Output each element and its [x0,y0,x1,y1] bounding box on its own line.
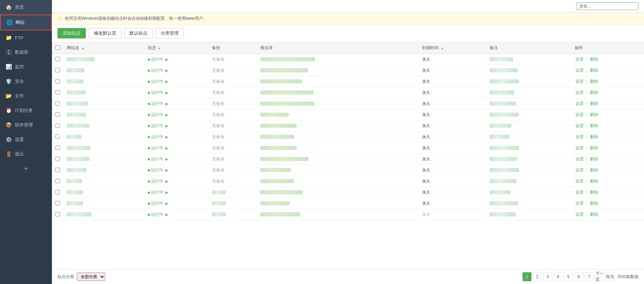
action-set-1[interactable]: 设置 [575,57,584,62]
row-checkbox-11[interactable] [55,168,60,172]
page-btn-3[interactable]: 3 [543,272,552,281]
status-play-9[interactable]: ▶ [166,146,168,150]
row-check-3 [52,76,63,87]
row-checkbox-4[interactable] [55,90,60,95]
action-delete-9[interactable]: 删除 [590,145,598,150]
sidebar-item-logout[interactable]: 🚪 退出 [0,147,52,161]
sidebar-item-database[interactable]: 🗄️ 数据库 [0,45,52,60]
status-play-14[interactable]: ▶ [166,202,168,205]
action-delete-2[interactable]: 删除 [590,68,598,73]
page-btn-1[interactable]: 1 [522,272,531,281]
action-delete-5[interactable]: 删除 [590,101,598,106]
search-input[interactable] [576,2,638,10]
status-play-2[interactable]: ▶ [166,69,168,72]
action-delete-12[interactable]: 删除 [590,179,598,184]
row-checkbox-15[interactable] [55,212,60,216]
action-divider-4: | [587,90,589,95]
status-sort-icon[interactable]: ▲ [158,46,161,50]
page-btn-7[interactable]: 7 [585,272,594,281]
action-set-10[interactable]: 设置 [575,157,584,161]
action-delete-10[interactable]: 删除 [590,157,598,161]
row-checkbox-1[interactable] [55,57,60,61]
action-set-3[interactable]: 设置 [575,79,584,84]
row-checkbox-10[interactable] [55,157,60,161]
edit-default-button[interactable]: 修改默认页 [89,28,122,38]
status-play-13[interactable]: ▶ [166,190,168,194]
row-checkbox-6[interactable] [55,112,60,117]
status-play-12[interactable]: ▶ [166,179,168,183]
action-delete-6[interactable]: 删除 [590,112,598,117]
action-divider-15: | [587,212,589,217]
action-delete-8[interactable]: 删除 [590,134,598,139]
status-play-10[interactable]: ▶ [166,157,168,161]
page-btn-2[interactable]: 2 [533,272,542,281]
row-checkbox-13[interactable] [55,190,60,194]
sidebar-item-files[interactable]: 📂 文件 [0,89,52,103]
sidebar-item-home[interactable]: 🏠 首页 [0,0,52,15]
row-checkbox-3[interactable] [55,79,60,83]
action-delete-15[interactable]: 删除 [590,212,598,217]
add-site-button[interactable]: 添加站点 [57,28,86,38]
warning-icon: ⚠ [57,15,62,21]
action-set-7[interactable]: 设置 [575,123,584,128]
action-set-9[interactable]: 设置 [575,145,584,150]
status-play-3[interactable]: ▶ [166,80,168,83]
action-set-11[interactable]: 设置 [575,168,584,172]
action-set-12[interactable]: 设置 [575,179,584,184]
action-set-4[interactable]: 设置 [575,90,584,95]
action-delete-1[interactable]: 删除 [590,57,598,62]
default-site-button[interactable]: 默认站点 [124,28,153,38]
row-checkbox-2[interactable] [55,68,60,72]
action-delete-14[interactable]: 删除 [590,201,598,206]
page-next-btn[interactable]: 下一页 [595,272,604,281]
sidebar-item-website[interactable]: 🌐 网站 [0,15,52,30]
action-delete-7[interactable]: 删除 [590,123,598,128]
select-all-checkbox[interactable] [55,45,60,50]
row-checkbox-5[interactable] [55,101,60,106]
action-delete-13[interactable]: 删除 [590,190,598,195]
action-delete-4[interactable]: 删除 [590,90,598,95]
action-delete-11[interactable]: 删除 [590,168,598,172]
sidebar-item-security[interactable]: 🛡️ 安全 [0,74,52,89]
status-play-11[interactable]: ▶ [166,168,168,172]
page-btn-5[interactable]: 5 [564,272,573,281]
category-mgmt-button[interactable]: 分类管理 [155,28,184,38]
status-play-4[interactable]: ▶ [166,91,168,95]
page-btn-6[interactable]: 6 [574,272,583,281]
sidebar-item-monitor[interactable]: 📊 监控 [0,60,52,74]
row-checkbox-8[interactable] [55,134,60,139]
action-set-2[interactable]: 设置 [575,68,584,73]
row-checkbox-9[interactable] [55,145,60,150]
action-set-6[interactable]: 设置 [575,112,584,117]
status-play-8[interactable]: ▶ [166,135,168,139]
action-set-15[interactable]: 设置 [575,212,584,217]
page-btn-4[interactable]: 4 [554,272,563,281]
total-label: 共93条数据 [617,274,638,280]
name-sort-icon[interactable]: ▲ [81,46,84,50]
col-actions: 操作 [571,42,644,54]
row-checkbox-14[interactable] [55,201,60,205]
status-play-15[interactable]: ▶ [166,213,168,216]
sidebar-item-label: 安全 [15,78,24,85]
action-delete-3[interactable]: 删除 [590,79,598,84]
action-set-5[interactable]: 设置 [575,101,584,106]
status-play-7[interactable]: ▶ [166,124,168,128]
row-checkbox-7[interactable] [55,123,60,128]
status-play-6[interactable]: ▶ [166,113,168,117]
page-last-btn[interactable]: 尾页 [606,272,615,281]
action-set-8[interactable]: 设置 [575,134,584,139]
sidebar-item-ftp[interactable]: 📁 FTP [0,30,52,45]
status-play-1[interactable]: ▶ [166,57,168,61]
sidebar-item-software[interactable]: 📦 软件管理 [0,118,52,132]
action-set-14[interactable]: 设置 [575,201,584,206]
expiry-sort-icon[interactable]: ▲ [441,46,444,50]
sidebar-item-cron[interactable]: ⏰ 计划任务 [0,103,52,118]
row-checkbox-12[interactable] [55,179,60,183]
sidebar-item-settings[interactable]: ⚙️ 设置 [0,132,52,147]
sidebar-add-button[interactable]: + [0,161,52,176]
row-check-12 [52,176,63,187]
action-set-13[interactable]: 设置 [575,190,584,195]
status-play-5[interactable]: ▶ [166,102,168,106]
row-path-8 [257,132,419,143]
category-select[interactable]: 全部分类 默认分类 其他 [77,273,105,281]
